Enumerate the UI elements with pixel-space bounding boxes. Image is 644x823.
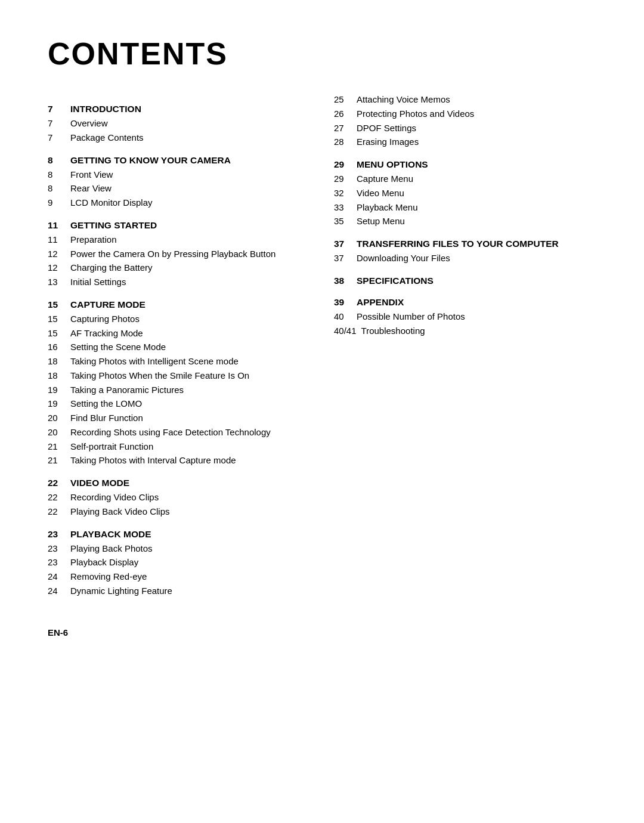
item-label: Dynamic Lighting Feature (70, 584, 310, 598)
item-label: Initial Settings (70, 276, 310, 289)
toc-item: 19Setting the LOMO (48, 397, 310, 410)
toc-item: 22Recording Video Clips (48, 491, 310, 504)
item-num: 24 (48, 584, 66, 598)
section-heading: 22VIDEO MODE (48, 478, 310, 488)
toc-item: 9LCD Monitor Display (48, 196, 310, 209)
toc-item: 40Possible Number of Photos (334, 310, 596, 323)
toc-item: 26Protecting Photos and Videos (334, 107, 596, 120)
item-num: 25 (334, 93, 352, 106)
item-num: 23 (48, 556, 66, 569)
item-num: 37 (334, 252, 352, 265)
item-num: 18 (48, 369, 66, 382)
toc-item: 19Taking a Panoramic Pictures (48, 383, 310, 397)
right-column: 25Attaching Voice Memos26Protecting Phot… (334, 93, 596, 599)
item-label: Package Contents (70, 131, 310, 144)
heading-label: INTRODUCTION (70, 104, 141, 115)
toc-item: 24Removing Red-eye (48, 570, 310, 583)
item-label: Taking Photos with Interval Capture mode (70, 454, 310, 467)
toc-item: 13Initial Settings (48, 276, 310, 289)
item-label: Possible Number of Photos (357, 310, 596, 323)
toc-item: 12Power the Camera On by Pressing Playba… (48, 247, 310, 261)
item-num: 22 (48, 505, 66, 518)
item-label: Attaching Voice Memos (357, 93, 596, 106)
heading-num: 8 (48, 155, 66, 166)
toc-item: 11Preparation (48, 233, 310, 246)
heading-label: APPENDIX (357, 297, 404, 308)
item-label: Downloading Your Files (357, 252, 596, 265)
item-label: Taking a Panoramic Pictures (70, 383, 310, 397)
item-num: 16 (48, 341, 66, 354)
item-num: 40/41 (334, 324, 357, 338)
toc-item: 20Recording Shots using Face Detection T… (48, 426, 310, 439)
item-label: Removing Red-eye (70, 570, 310, 583)
item-num: 13 (48, 276, 66, 289)
item-num: 27 (334, 122, 352, 135)
section-heading: 7INTRODUCTION (48, 104, 310, 115)
item-label: Playback Display (70, 556, 310, 569)
toc-item: 25Attaching Voice Memos (334, 93, 596, 106)
item-label: Front View (70, 168, 310, 181)
heading-label: MENU OPTIONS (357, 159, 428, 170)
footer-label: EN-6 (48, 627, 596, 638)
item-label: Setup Menu (357, 215, 596, 228)
item-label: Taking Photos with Intelligent Scene mod… (70, 355, 310, 368)
item-num: 33 (334, 201, 352, 214)
heading-num: 15 (48, 299, 66, 310)
heading-num: 38 (334, 276, 352, 286)
left-column: 7INTRODUCTION7Overview7Package Contents8… (48, 93, 310, 599)
item-num: 18 (48, 355, 66, 368)
toc-item: 23Playback Display (48, 556, 310, 569)
section-heading: 29MENU OPTIONS (334, 159, 596, 170)
heading-label: VIDEO MODE (70, 478, 129, 488)
item-label: Self-portrait Function (70, 440, 310, 453)
item-label: LCD Monitor Display (70, 196, 310, 209)
item-num: 23 (48, 542, 66, 555)
item-num: 28 (334, 135, 352, 148)
toc-item: 22Playing Back Video Clips (48, 505, 310, 518)
section-heading: 39APPENDIX (334, 297, 596, 308)
item-label: Troubleshooting (361, 324, 596, 338)
item-label: Video Menu (357, 187, 596, 200)
heading-num: 29 (334, 159, 352, 170)
item-label: Protecting Photos and Videos (357, 107, 596, 120)
item-label: Setting the Scene Mode (70, 341, 310, 354)
item-label: Recording Video Clips (70, 491, 310, 504)
item-num: 40 (334, 310, 352, 323)
item-num: 20 (48, 426, 66, 439)
toc-item: 20Find Blur Function (48, 412, 310, 425)
toc-item: 15AF Tracking Mode (48, 327, 310, 340)
heading-label: CAPTURE MODE (70, 299, 145, 310)
heading-num: 7 (48, 104, 66, 115)
toc-item: 32Video Menu (334, 187, 596, 200)
toc-item: 21Taking Photos with Interval Capture mo… (48, 454, 310, 467)
section-heading: 15CAPTURE MODE (48, 299, 310, 310)
toc-columns: 7INTRODUCTION7Overview7Package Contents8… (48, 93, 596, 599)
heading-num: 23 (48, 529, 66, 540)
item-label: Capturing Photos (70, 313, 310, 326)
section-heading: 38SPECIFICATIONS (334, 276, 596, 286)
item-num: 7 (48, 117, 66, 130)
page-title: CONTENTS (48, 36, 596, 72)
item-num: 24 (48, 570, 66, 583)
toc-item: 12Charging the Battery (48, 261, 310, 274)
toc-item: 21Self-portrait Function (48, 440, 310, 453)
toc-item: 8Rear View (48, 182, 310, 195)
item-num: 12 (48, 261, 66, 274)
item-label: Setting the LOMO (70, 397, 310, 410)
item-num: 29 (334, 172, 352, 185)
toc-item: 18Taking Photos When the Smile Feature I… (48, 369, 310, 382)
item-num: 35 (334, 215, 352, 228)
item-label: Overview (70, 117, 310, 130)
item-num: 11 (48, 233, 66, 246)
item-num: 8 (48, 168, 66, 181)
item-num: 7 (48, 131, 66, 144)
item-num: 26 (334, 107, 352, 120)
toc-item: 24Dynamic Lighting Feature (48, 584, 310, 598)
toc-item: 18Taking Photos with Intelligent Scene m… (48, 355, 310, 368)
item-label: Rear View (70, 182, 310, 195)
section-heading: 8GETTING TO KNOW YOUR CAMERA (48, 155, 310, 166)
toc-item: 40/41Troubleshooting (334, 324, 596, 338)
toc-item: 8Front View (48, 168, 310, 181)
item-num: 8 (48, 182, 66, 195)
section-heading: 37TRANSFERRING FILES TO YOUR COMPUTER (334, 239, 596, 249)
